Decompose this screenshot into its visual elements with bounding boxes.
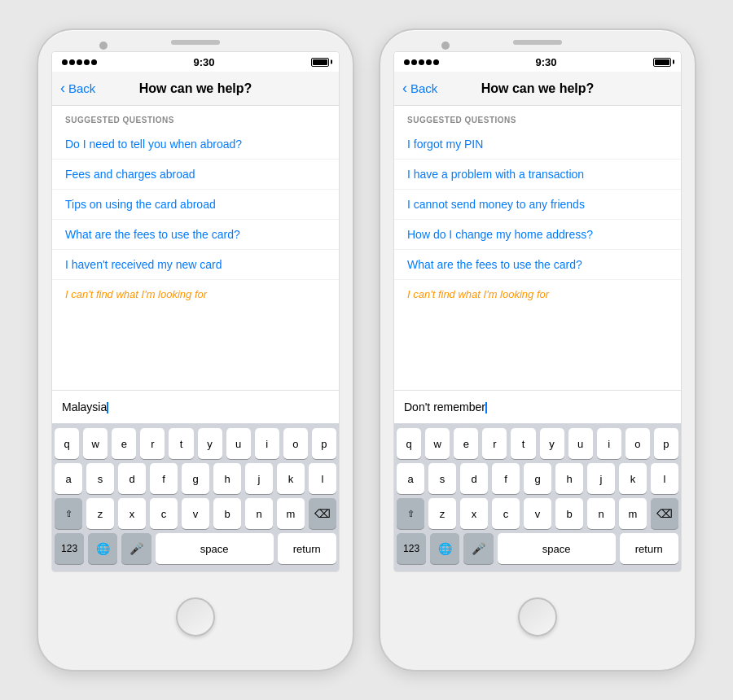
- status-bar-left: 9:30: [52, 52, 339, 72]
- key-v-left[interactable]: v: [182, 498, 209, 529]
- key-space-left[interactable]: space: [156, 533, 274, 564]
- cant-find-left[interactable]: I can't find what I'm looking for: [52, 280, 339, 308]
- key-p-left[interactable]: p: [312, 428, 336, 459]
- key-v-right[interactable]: v: [524, 498, 551, 529]
- speaker: [171, 40, 220, 45]
- back-button-left[interactable]: ‹ Back: [60, 80, 95, 97]
- key-o-right[interactable]: o: [625, 428, 650, 459]
- key-i-left[interactable]: i: [255, 428, 279, 459]
- battery-icon-left: [311, 58, 329, 67]
- key-l-left[interactable]: l: [309, 463, 336, 494]
- phone-bottom-right: [518, 572, 557, 670]
- key-k-right[interactable]: k: [619, 463, 647, 494]
- question-left-1[interactable]: Fees and charges abroad: [52, 160, 339, 190]
- question-right-3[interactable]: How do I change my home address?: [394, 220, 681, 250]
- key-row-3-right: ⇧ z x c v b n m ⌫: [397, 498, 678, 529]
- key-d-left[interactable]: d: [118, 463, 146, 494]
- key-m-right[interactable]: m: [619, 498, 647, 529]
- battery-left: [311, 58, 329, 67]
- key-o-left[interactable]: o: [283, 428, 308, 459]
- home-button-right[interactable]: [518, 597, 557, 637]
- keyboard-left: q w e r t y u i o p a s d f g h: [52, 423, 339, 571]
- key-p-right[interactable]: p: [654, 428, 678, 459]
- key-delete-right[interactable]: ⌫: [651, 498, 678, 529]
- key-d-right[interactable]: d: [460, 463, 488, 494]
- key-r-left[interactable]: r: [140, 428, 165, 459]
- key-q-right[interactable]: q: [397, 428, 421, 459]
- key-i-right[interactable]: i: [597, 428, 621, 459]
- question-left-0[interactable]: Do I need to tell you when abroad?: [52, 129, 339, 160]
- key-t-left[interactable]: t: [169, 428, 193, 459]
- key-c-left[interactable]: c: [150, 498, 178, 529]
- delete-icon-left: ⌫: [314, 507, 331, 520]
- key-c-right[interactable]: c: [492, 498, 520, 529]
- question-right-4[interactable]: What are the fees to use the card?: [394, 250, 681, 280]
- key-r-right[interactable]: r: [482, 428, 507, 459]
- search-area-left[interactable]: Malaysia: [52, 390, 339, 423]
- phone-left: 9:30 ‹ Back How can we help? SUGGESTED Q…: [37, 28, 354, 672]
- key-s-right[interactable]: s: [428, 463, 456, 494]
- nav-bar-right: ‹ Back How can we help?: [394, 72, 681, 106]
- key-return-right[interactable]: return: [620, 533, 678, 564]
- key-globe-right[interactable]: 🌐: [430, 533, 459, 564]
- question-right-0[interactable]: I forgot my PIN: [394, 129, 681, 160]
- key-globe-left[interactable]: 🌐: [88, 533, 117, 564]
- key-x-right[interactable]: x: [460, 498, 488, 529]
- home-button-left[interactable]: [176, 597, 215, 637]
- key-return-left[interactable]: return: [278, 533, 336, 564]
- question-left-4[interactable]: I haven't received my new card: [52, 250, 339, 280]
- key-q-left[interactable]: q: [55, 428, 79, 459]
- key-row-4-right: 123 🌐 🎤 space return: [397, 533, 678, 564]
- key-123-right[interactable]: 123: [397, 533, 426, 564]
- key-j-right[interactable]: j: [587, 463, 615, 494]
- key-g-left[interactable]: g: [182, 463, 209, 494]
- key-w-right[interactable]: w: [425, 428, 450, 459]
- key-n-left[interactable]: n: [245, 498, 273, 529]
- key-a-right[interactable]: a: [397, 463, 424, 494]
- key-delete-left[interactable]: ⌫: [309, 498, 336, 529]
- question-left-2[interactable]: Tips on using the card abroad: [52, 190, 339, 220]
- key-123-left[interactable]: 123: [55, 533, 84, 564]
- battery-icon-right: [653, 58, 671, 67]
- key-y-right[interactable]: y: [540, 428, 564, 459]
- key-t-right[interactable]: t: [511, 428, 535, 459]
- dot4r: [426, 59, 432, 65]
- key-n-right[interactable]: n: [587, 498, 615, 529]
- key-s-left[interactable]: s: [86, 463, 114, 494]
- key-mic-right[interactable]: 🎤: [463, 533, 493, 564]
- key-w-left[interactable]: w: [83, 428, 108, 459]
- key-j-left[interactable]: j: [245, 463, 273, 494]
- key-y-left[interactable]: y: [198, 428, 222, 459]
- key-h-right[interactable]: h: [555, 463, 583, 494]
- key-a-left[interactable]: a: [55, 463, 82, 494]
- key-b-right[interactable]: b: [555, 498, 583, 529]
- search-area-right[interactable]: Don't remember: [394, 390, 681, 423]
- key-f-left[interactable]: f: [150, 463, 178, 494]
- key-f-right[interactable]: f: [492, 463, 520, 494]
- key-k-left[interactable]: k: [277, 463, 305, 494]
- key-l-right[interactable]: l: [651, 463, 678, 494]
- key-x-left[interactable]: x: [118, 498, 146, 529]
- back-button-right[interactable]: ‹ Back: [402, 80, 437, 97]
- phones-container: 9:30 ‹ Back How can we help? SUGGESTED Q…: [37, 28, 696, 672]
- key-h-left[interactable]: h: [213, 463, 241, 494]
- search-input-right[interactable]: Don't remember: [404, 397, 671, 417]
- key-u-right[interactable]: u: [568, 428, 593, 459]
- key-shift-left[interactable]: ⇧: [55, 498, 82, 529]
- question-right-2[interactable]: I cannot send money to any friends: [394, 190, 681, 220]
- key-e-left[interactable]: e: [112, 428, 136, 459]
- key-b-left[interactable]: b: [213, 498, 241, 529]
- key-shift-right[interactable]: ⇧: [397, 498, 424, 529]
- key-space-right[interactable]: space: [498, 533, 616, 564]
- key-e-right[interactable]: e: [454, 428, 478, 459]
- key-g-right[interactable]: g: [524, 463, 551, 494]
- cant-find-right[interactable]: I can't find what I'm looking for: [394, 280, 681, 308]
- question-right-1[interactable]: I have a problem with a transaction: [394, 160, 681, 190]
- key-m-left[interactable]: m: [277, 498, 305, 529]
- key-u-left[interactable]: u: [226, 428, 251, 459]
- question-left-3[interactable]: What are the fees to use the card?: [52, 220, 339, 250]
- key-z-left[interactable]: z: [86, 498, 114, 529]
- search-input-left[interactable]: Malaysia: [62, 397, 329, 417]
- key-z-right[interactable]: z: [428, 498, 456, 529]
- key-mic-left[interactable]: 🎤: [121, 533, 151, 564]
